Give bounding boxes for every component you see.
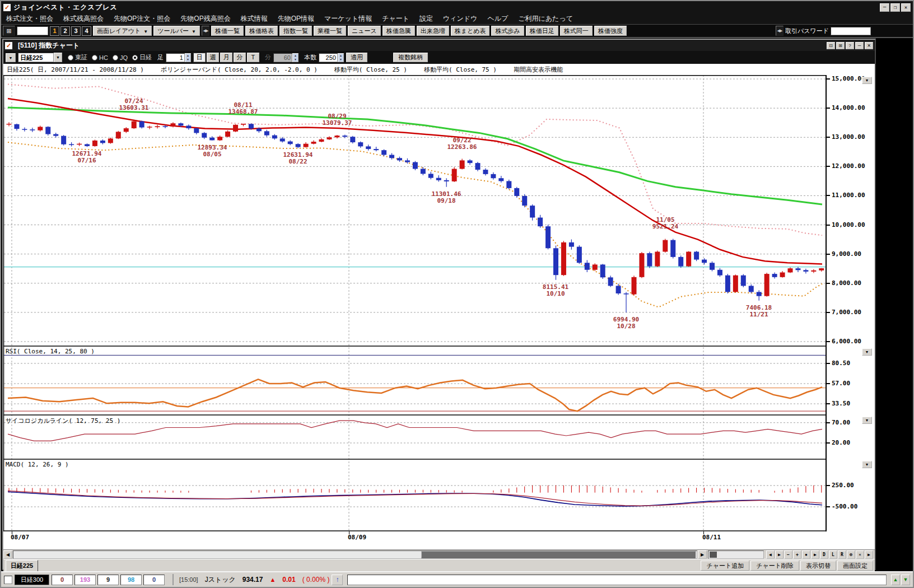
quote-scroll-up-button[interactable]: ↑ [332,575,343,585]
bars-value[interactable]: 250 [319,53,338,62]
toolbar-button-業種一覧[interactable]: 業種一覧 [314,26,346,36]
window-layout-icon[interactable]: ⊞ [3,26,15,36]
menu-item-株式残高照会[interactable]: 株式残高照会 [58,14,109,24]
minimize-button[interactable]: ─ [880,3,889,12]
chart-tool-button-9[interactable]: ⊕ [847,550,855,559]
close-button[interactable]: ✕ [901,3,911,12]
bars-stepper[interactable]: 250 ▲▼ [319,53,344,62]
apply-button[interactable]: 適用 [346,53,367,62]
symbol-history-dropdown[interactable]: ▼ [6,53,16,62]
scrollbar-thumb[interactable] [421,551,696,558]
status-side-button-1[interactable]: ▼ [901,575,910,585]
menu-item-ウィンドウ[interactable]: ウィンドウ [438,14,482,24]
chart-tool-button-3[interactable]: + [793,550,801,559]
toolbar-button-指数一覧[interactable]: 指数一覧 [279,26,312,36]
spinner-icon[interactable]: ▲▼ [338,53,344,62]
chart-tool-button-8[interactable]: R [838,550,846,559]
trade-password-input[interactable] [831,27,871,35]
chevron-down-icon[interactable]: ▼ [54,53,62,62]
radio-HC[interactable]: HC [92,53,108,62]
period-button-T[interactable]: T [247,53,259,62]
menu-item-先物OP注文・照会[interactable]: 先物OP注文・照会 [109,14,175,24]
toolbar-button-出来急増[interactable]: 出来急増 [417,26,449,36]
chart-tool-button-1[interactable]: ▶ [775,550,784,559]
toolbar-button-株式歩み[interactable]: 株式歩み [491,26,524,36]
status-cell-3: 98 [120,575,142,585]
bottom-button-表示切替[interactable]: 表示切替 [800,561,836,571]
layout-number-button-4[interactable]: 4 [82,26,91,36]
macd-panel-dropdown[interactable]: ▼ [862,461,872,468]
scroll-right-button[interactable]: ▶ [698,550,707,559]
radio-circle-icon [68,55,73,60]
radio-日経[interactable]: 日経 [132,53,152,62]
app-title: ジョインベスト・エクスプレス [13,3,118,12]
chart-tool-button-0[interactable]: ◀ [766,550,775,559]
layout-number-button-3[interactable]: 3 [71,26,81,36]
chart-tool-button-6[interactable]: D [820,550,828,559]
menu-item-ヘルプ[interactable]: ヘルプ [482,14,513,24]
quick-code-input[interactable] [17,26,48,35]
toolbar-button-株価格表[interactable]: 株価格表 [245,26,278,36]
toolbar-button-株価一覧[interactable]: 株価一覧 [211,26,244,36]
chart-tool-button-5[interactable]: ▶ [811,550,819,559]
password-splitter-icon[interactable]: ◀▶ [776,26,784,36]
status-side-button-0[interactable]: ▲ [891,575,900,585]
restore-button[interactable]: ❐ [890,3,900,12]
screen-layout-button[interactable]: 画面レイアウト▼ [93,26,152,36]
period-button-月[interactable]: 月 [220,53,232,62]
chart-icon-button[interactable]: ⊡ [827,42,835,49]
chart-tool-button-11[interactable]: ▶ [865,550,873,559]
toolbar-button-ニュース[interactable]: ニュース [348,26,381,36]
ashi-value[interactable]: 1 [166,53,185,62]
bottom-button-チャート削除[interactable]: チャート削除 [750,561,799,571]
menu-item-設定[interactable]: 設定 [414,14,438,24]
price-panel-dropdown[interactable]: ▼ [862,77,872,84]
chart-tool-button-2[interactable]: − [784,550,792,559]
chart-tool-button-10[interactable]: ✕ [856,550,864,559]
scroll-left-button[interactable]: ◀ [3,550,12,559]
mini-slider-track[interactable] [708,550,764,559]
chart-help-button[interactable]: ? [846,42,854,49]
menu-item-ご利用にあたって[interactable]: ご利用にあたって [513,14,578,24]
status-checkbox[interactable] [4,576,12,584]
toolbar-splitter-icon[interactable]: ◀▶ [202,26,209,36]
menu-item-マーケット情報[interactable]: マーケット情報 [319,14,377,24]
bottom-button-画面設定[interactable]: 画面設定 [837,561,873,571]
toolbar-button-株価急騰[interactable]: 株価急騰 [383,26,415,36]
menu-item-株式注文・照会[interactable]: 株式注文・照会 [1,14,58,24]
mini-slider-thumb[interactable] [710,552,717,558]
toolbar-button-株式同一[interactable]: 株式同一 [560,26,593,36]
layout-number-button-1[interactable]: 1 [50,26,59,36]
quote-price: 934.17 [243,576,263,584]
psych-panel-dropdown[interactable]: ▼ [862,417,872,424]
toolbar-menu-button[interactable]: ツールバー▼ [153,26,200,36]
scrollbar-track[interactable] [13,550,697,559]
radio-JQ[interactable]: JQ [113,53,128,62]
menu-item-チャート[interactable]: チャート [377,14,414,24]
chart-minimize-button[interactable]: ─ [855,42,864,49]
chart-tool-button-4[interactable]: ▪ [802,550,810,559]
toolbar-button-株価日足[interactable]: 株価日足 [526,26,558,36]
spinner-icon[interactable]: ▲▼ [185,53,191,62]
x-axis-label: 08/11 [702,534,721,541]
bottom-button-チャート追加[interactable]: チャート追加 [701,561,749,571]
ashi-stepper[interactable]: 1 ▲▼ [166,53,191,62]
chart-tool-button-7[interactable]: L [829,550,837,559]
price-chart-svg[interactable]: 12671.9407/1607/2413603.3112893.3408/050… [3,75,826,531]
menu-item-先物OP情報[interactable]: 先物OP情報 [273,14,319,24]
tab-nikkei225[interactable]: 日経225 [6,560,38,571]
toolbar-button-株価強度[interactable]: 株価強度 [594,26,627,36]
rsi-panel-dropdown[interactable]: ▼ [862,348,872,356]
layout-number-button-2[interactable]: 2 [60,26,70,36]
period-button-週[interactable]: 週 [207,53,219,62]
period-button-分[interactable]: 分 [234,53,246,62]
radio-東証[interactable]: 東証 [68,53,87,62]
menu-item-先物OP残高照会[interactable]: 先物OP残高照会 [175,14,235,24]
symbol-combo[interactable]: 日経225 ▼ [18,53,62,62]
chart-close-button[interactable]: ✕ [865,42,873,49]
toolbar-button-株まとめ表[interactable]: 株まとめ表 [451,26,490,36]
menu-item-株式情報[interactable]: 株式情報 [236,14,273,24]
chart-restore-button[interactable]: ⊞ [836,42,845,49]
period-button-日[interactable]: 日 [193,53,206,62]
multi-symbol-button[interactable]: 複数銘柄 [393,53,428,62]
